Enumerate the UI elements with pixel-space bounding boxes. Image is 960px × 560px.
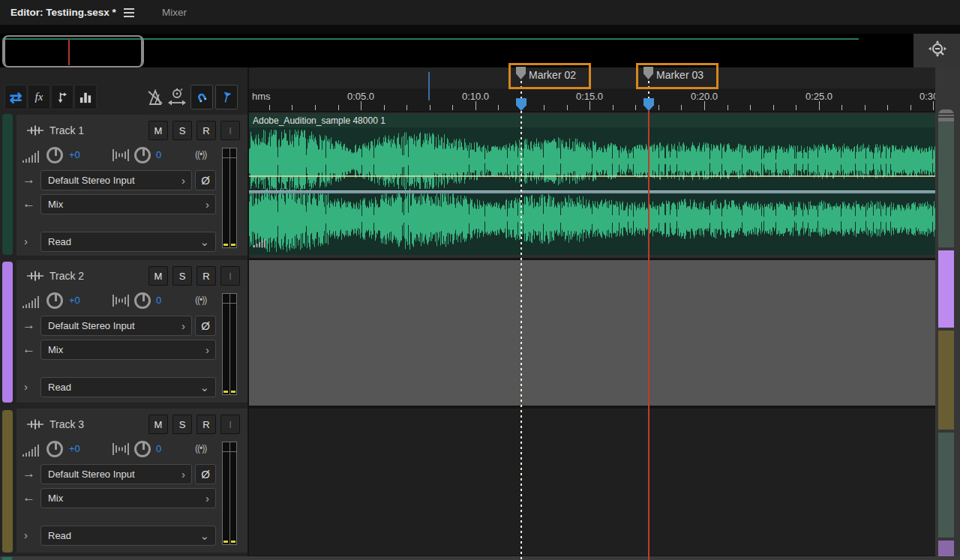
track-name[interactable]: Track 1 bbox=[50, 124, 84, 136]
solo-button[interactable]: S bbox=[172, 266, 192, 286]
expand-chevron-icon[interactable]: › bbox=[24, 235, 28, 247]
zoom-navigator-bar[interactable] bbox=[0, 34, 914, 67]
pan-value[interactable]: 0 bbox=[156, 295, 161, 306]
solo-button[interactable]: S bbox=[172, 121, 192, 140]
pan-knob[interactable] bbox=[134, 441, 151, 457]
chevron-right-icon: › bbox=[182, 468, 191, 481]
expand-chevron-icon[interactable]: › bbox=[24, 529, 28, 541]
input-select[interactable]: Default Stereo Input › bbox=[40, 316, 192, 336]
snap-toggle[interactable] bbox=[190, 85, 213, 109]
arm-record-button[interactable]: R bbox=[196, 121, 216, 140]
output-arrow-icon: ← bbox=[22, 196, 35, 211]
input-arrow-icon: → bbox=[22, 172, 35, 187]
marker-highlight-box bbox=[636, 63, 718, 89]
mute-button[interactable]: M bbox=[148, 121, 168, 140]
ruler-tick bbox=[269, 105, 270, 110]
pan-knob[interactable] bbox=[134, 292, 151, 309]
ruler-tick bbox=[865, 105, 866, 110]
pan-icon bbox=[112, 295, 130, 307]
routing-button[interactable] bbox=[51, 85, 74, 109]
scrollbar-track-segment[interactable] bbox=[938, 250, 954, 328]
volume-envelope-line[interactable] bbox=[249, 175, 935, 177]
clip-gain-icon[interactable] bbox=[254, 238, 267, 247]
output-select[interactable]: Mix › bbox=[40, 194, 216, 214]
track-level-meter bbox=[222, 293, 237, 395]
automation-mode-select[interactable]: Read ⌄ bbox=[40, 377, 216, 397]
tab-editor[interactable]: Editor: Testiing.sesx * bbox=[3, 0, 142, 26]
track-color-strip[interactable] bbox=[2, 262, 13, 403]
output-arrow-icon: ← bbox=[22, 490, 35, 505]
audio-track-icon bbox=[27, 419, 44, 430]
expand-chevron-icon[interactable]: › bbox=[24, 380, 28, 393]
stretch-clock-toggle[interactable] bbox=[166, 87, 188, 108]
scrollbar-track-segment[interactable] bbox=[938, 121, 954, 247]
output-select[interactable]: Mix › bbox=[40, 340, 216, 360]
mute-button[interactable]: M bbox=[148, 266, 168, 286]
phase-invert-button[interactable]: Ø bbox=[195, 316, 216, 336]
effects-button[interactable]: fx bbox=[28, 85, 50, 109]
track-level-meter bbox=[222, 148, 237, 248]
input-select-value: Default Stereo Input bbox=[41, 469, 182, 480]
input-select[interactable]: Default Stereo Input › bbox=[40, 170, 192, 190]
automation-mode-value: Read bbox=[41, 382, 200, 393]
scrollbar-track-segment[interactable] bbox=[938, 331, 954, 430]
zoom-navigate-icon[interactable] bbox=[928, 40, 949, 61]
volume-knob[interactable] bbox=[46, 441, 63, 457]
chevron-right-icon: › bbox=[206, 492, 215, 505]
metering-button[interactable] bbox=[74, 85, 97, 109]
monitor-input-icon: ((•)) bbox=[195, 443, 206, 454]
output-select[interactable]: Mix › bbox=[40, 488, 216, 508]
pan-value[interactable]: 0 bbox=[156, 443, 161, 454]
output-arrow-icon: ← bbox=[22, 342, 35, 357]
ruler-tick bbox=[361, 101, 362, 110]
track-lane[interactable] bbox=[249, 260, 935, 406]
output-select-value: Mix bbox=[41, 493, 206, 504]
timeline-area: hms 0:05.00:10.00:15.00:20.00:25.00:30.0… bbox=[249, 67, 935, 560]
playhead-dotted-line[interactable] bbox=[520, 111, 522, 560]
volume-knob[interactable] bbox=[46, 147, 63, 163]
volume-value[interactable]: +0 bbox=[69, 443, 80, 454]
track-color-strip[interactable] bbox=[2, 114, 13, 255]
arm-record-button[interactable]: R bbox=[196, 266, 216, 286]
vertical-scrollbar-handle[interactable] bbox=[938, 109, 954, 121]
marker-tool-button[interactable] bbox=[215, 85, 238, 109]
volume-value[interactable]: +0 bbox=[69, 149, 80, 160]
tab-mixer-label: Mixer bbox=[162, 7, 187, 18]
tab-mixer[interactable]: Mixer bbox=[154, 0, 194, 25]
volume-value[interactable]: +0 bbox=[69, 295, 80, 306]
phase-invert-button[interactable]: Ø bbox=[195, 170, 216, 190]
input-monitor-button[interactable]: I bbox=[220, 121, 240, 140]
solo-button[interactable]: S bbox=[172, 415, 192, 434]
ruler-tick bbox=[338, 105, 339, 110]
bottom-track-divider bbox=[0, 556, 960, 560]
input-select[interactable]: Default Stereo Input › bbox=[40, 464, 192, 484]
phase-invert-button[interactable]: Ø bbox=[195, 464, 216, 484]
track-name[interactable]: Track 2 bbox=[50, 270, 84, 282]
ruler-tick bbox=[842, 105, 842, 110]
zoom-viewport-handle[interactable] bbox=[2, 35, 144, 67]
pan-value[interactable]: 0 bbox=[156, 149, 161, 160]
scrollbar-track-segment[interactable] bbox=[938, 433, 954, 538]
arm-record-button[interactable]: R bbox=[196, 415, 216, 434]
time-ruler[interactable]: hms 0:05.00:10.00:15.00:20.00:25.00:30.0 bbox=[249, 88, 935, 111]
pan-knob[interactable] bbox=[134, 147, 151, 163]
automation-mode-select[interactable]: Read ⌄ bbox=[40, 526, 216, 546]
audio-clip-header[interactable]: Adobe_Audition_sample 48000 1 bbox=[249, 114, 935, 127]
volume-knob[interactable] bbox=[46, 292, 63, 309]
metronome-toggle[interactable] bbox=[145, 87, 166, 108]
playhead-red-line[interactable] bbox=[648, 111, 650, 560]
track-name[interactable]: Track 3 bbox=[50, 418, 84, 430]
track-lane[interactable] bbox=[249, 409, 935, 556]
input-monitor-button[interactable]: I bbox=[220, 415, 240, 434]
automation-mode-select[interactable]: Read ⌄ bbox=[40, 232, 216, 252]
routing-icon bbox=[56, 89, 68, 106]
ruler-tick bbox=[728, 105, 728, 110]
panel-menu-icon[interactable] bbox=[124, 12, 134, 13]
audition-multitrack-window: Editor: Testiing.sesx * Mixer ⇄ fx bbox=[0, 0, 960, 560]
track-color-strip[interactable] bbox=[2, 410, 13, 553]
mute-button[interactable]: M bbox=[148, 415, 168, 434]
ruler-tick bbox=[567, 105, 568, 110]
scrollbar-track-segment[interactable] bbox=[938, 541, 954, 556]
input-monitor-button[interactable]: I bbox=[220, 266, 240, 286]
move-tool-button[interactable]: ⇄ bbox=[4, 85, 27, 109]
